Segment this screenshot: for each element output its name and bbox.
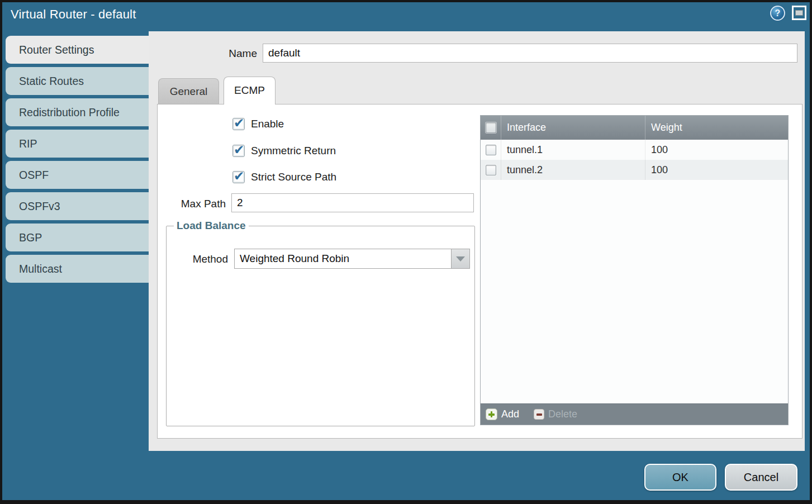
interface-cell[interactable]: tunnel.1 — [501, 140, 645, 160]
name-input[interactable] — [263, 44, 797, 63]
delete-button[interactable]: Delete — [534, 408, 577, 420]
help-icon[interactable]: ? — [770, 6, 785, 21]
tab-ecmp[interactable]: ECMP — [224, 77, 276, 104]
method-dropdown[interactable]: Weighted Round Robin — [234, 249, 470, 269]
strict-source-path-label: Strict Source Path — [251, 171, 336, 183]
sidebar-item-redistribution-profile[interactable]: Redistribution Profile — [6, 98, 149, 126]
window-restore-glyph — [795, 10, 803, 16]
sidebar-item-router-settings[interactable]: Router Settings — [6, 36, 149, 64]
sidebar-item-ospfv3[interactable]: OSPFv3 — [6, 192, 149, 220]
name-label: Name — [184, 47, 257, 60]
dialog-title: Virtual Router - default — [11, 7, 136, 22]
header-checkbox-cell — [481, 116, 501, 140]
enable-checkbox[interactable] — [232, 118, 245, 130]
virtual-router-dialog: Virtual Router - default ? Router Settin… — [0, 0, 812, 504]
plus-icon — [486, 408, 497, 420]
row-checkbox-cell — [481, 160, 501, 180]
add-button-label: Add — [501, 408, 519, 420]
enable-label: Enable — [251, 118, 284, 130]
column-header-interface[interactable]: Interface — [501, 116, 645, 140]
method-dropdown-value: Weighted Round Robin — [240, 253, 349, 265]
symmetric-return-label: Symmetric Return — [251, 145, 336, 157]
sidebar: Router Settings Static Routes Redistribu… — [6, 36, 149, 286]
sidebar-item-bgp[interactable]: BGP — [6, 224, 149, 251]
interface-table-toolbar: Add Delete — [481, 403, 788, 425]
window-restore-icon[interactable] — [792, 6, 806, 20]
interface-cell[interactable]: tunnel.2 — [501, 160, 645, 180]
symmetric-return-checkbox[interactable] — [232, 145, 245, 157]
load-balance-legend: Load Balance — [174, 220, 249, 232]
weight-cell[interactable]: 100 — [645, 140, 788, 160]
sidebar-item-static-routes[interactable]: Static Routes — [6, 67, 149, 95]
sidebar-item-ospf[interactable]: OSPF — [6, 161, 149, 189]
method-label: Method — [167, 253, 228, 265]
tab-general[interactable]: General — [158, 78, 219, 104]
column-header-weight[interactable]: Weight — [645, 116, 788, 140]
titlebar: Virtual Router - default ? — [0, 0, 812, 31]
ok-button[interactable]: OK — [644, 464, 716, 491]
row-checkbox[interactable] — [486, 165, 496, 175]
row-checkbox[interactable] — [486, 145, 496, 155]
table-row[interactable]: tunnel.1 100 — [481, 140, 788, 160]
add-button[interactable]: Add — [486, 408, 519, 420]
table-row[interactable]: tunnel.2 100 — [481, 160, 788, 180]
minus-icon — [534, 409, 544, 420]
interface-table: Interface Weight tunnel.1 100 tunnel.2 1… — [480, 115, 789, 425]
load-balance-fieldset: Load Balance Method Weighted Round Robin — [166, 220, 475, 426]
row-checkbox-cell — [481, 140, 501, 160]
weight-cell[interactable]: 100 — [645, 160, 788, 180]
method-row: Method Weighted Round Robin — [167, 249, 474, 269]
strict-source-path-checkbox[interactable] — [232, 171, 245, 183]
ecmp-panel: Enable Symmetric Return Strict Source Pa… — [157, 104, 802, 439]
max-path-input[interactable] — [231, 193, 474, 212]
select-all-checkbox[interactable] — [486, 122, 496, 133]
sidebar-item-multicast[interactable]: Multicast — [6, 255, 149, 283]
interface-table-header: Interface Weight — [481, 116, 788, 140]
cancel-button[interactable]: Cancel — [725, 464, 797, 491]
max-path-label: Max Path — [163, 198, 226, 210]
chevron-down-icon[interactable] — [451, 249, 469, 268]
delete-button-label: Delete — [548, 408, 577, 420]
sidebar-item-rip[interactable]: RIP — [6, 130, 149, 158]
